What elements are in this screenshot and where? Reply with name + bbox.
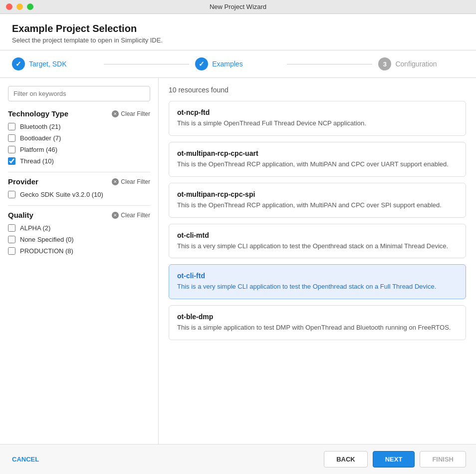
checkbox-alpha[interactable]: [8, 224, 15, 232]
technology-type-title: Technology Type: [8, 109, 68, 118]
step-circle-configuration: 3: [378, 57, 391, 70]
next-button[interactable]: NEXT: [373, 451, 415, 468]
results-count: 10 resources found: [169, 86, 466, 94]
resource-card-ot-cli-mtd[interactable]: ot-cli-mtd This is a very simple CLI app…: [169, 224, 466, 259]
thread-label: Thread (10): [20, 157, 54, 165]
back-button[interactable]: BACK: [324, 451, 368, 468]
checkbox-bootloader[interactable]: [8, 134, 15, 142]
filter-gecko-sdk[interactable]: Gecko SDK Suite v3.2.0 (10): [8, 191, 150, 198]
gecko-sdk-label: Gecko SDK Suite v3.2.0 (10): [20, 191, 103, 198]
checkbox-bluetooth[interactable]: [8, 123, 15, 130]
none-specified-label: None Specified (0): [20, 236, 74, 243]
technology-type-clear-filter[interactable]: ✕ Clear Filter: [112, 110, 150, 117]
step-connector-2: [287, 64, 373, 64]
quality-clear-label: Clear Filter: [121, 212, 150, 219]
filter-none-specified[interactable]: None Specified (0): [8, 236, 150, 243]
quality-header: Quality ✕ Clear Filter: [8, 211, 150, 219]
window-title: New Project Wizard: [210, 3, 266, 10]
separator-1: [8, 172, 150, 172]
step-configuration: 3 Configuration: [378, 57, 464, 70]
card-title-ot-multipan-spi: ot-multipan-rcp-cpc-spi: [177, 190, 458, 198]
quality-title: Quality: [8, 211, 33, 219]
checkbox-production[interactable]: [8, 247, 15, 255]
card-desc-ot-multipan-uart: This is the OpenThread RCP application, …: [177, 160, 458, 169]
card-desc-ot-ncp-ftd: This is a simple OpenThread Full Thread …: [177, 119, 458, 128]
filter-bluetooth[interactable]: Bluetooth (21): [8, 123, 150, 130]
technology-type-clear-label: Clear Filter: [121, 110, 150, 117]
footer: CANCEL BACK NEXT FINISH: [0, 444, 476, 474]
platform-label: Platform (46): [20, 146, 57, 153]
provider-header: Provider ✕ Clear Filter: [8, 177, 150, 186]
card-desc-ot-ble-dmp: This is a simple application to test DMP…: [177, 323, 458, 333]
bootloader-label: Bootloader (7): [20, 134, 61, 142]
checkbox-none-specified[interactable]: [8, 236, 15, 243]
card-title-ot-cli-mtd: ot-cli-mtd: [177, 231, 458, 239]
card-desc-ot-cli-ftd: This is a very simple CLI application to…: [177, 282, 458, 292]
clear-filter-icon-tech: ✕: [112, 110, 119, 117]
minimize-button[interactable]: [16, 3, 23, 10]
checkbox-thread[interactable]: [8, 157, 15, 165]
step-examples: ✓ Examples: [195, 57, 281, 70]
page-title: Example Project Selection: [12, 23, 464, 34]
results-panel: 10 resources found ot-ncp-ftd This is a …: [159, 78, 476, 444]
filter-thread[interactable]: Thread (10): [8, 157, 150, 165]
bluetooth-label: Bluetooth (21): [20, 123, 61, 130]
filter-alpha[interactable]: ALPHA (2): [8, 224, 150, 232]
card-title-ot-multipan-uart: ot-multipan-rcp-cpc-uart: [177, 149, 458, 157]
card-title-ot-ble-dmp: ot-ble-dmp: [177, 313, 458, 321]
finish-button[interactable]: FINISH: [420, 451, 466, 468]
resource-card-ot-cli-ftd[interactable]: ot-cli-ftd This is a very simple CLI app…: [169, 264, 466, 299]
card-desc-ot-multipan-spi: This is the OpenThread RCP application, …: [177, 201, 458, 210]
filter-platform[interactable]: Platform (46): [8, 146, 150, 153]
technology-type-header: Technology Type ✕ Clear Filter: [8, 109, 150, 118]
content-area: Technology Type ✕ Clear Filter Bluetooth…: [0, 78, 476, 444]
quality-section: Quality ✕ Clear Filter ALPHA (2) None Sp…: [8, 211, 150, 255]
page-subtitle: Select the project template to open in S…: [12, 36, 464, 44]
close-button[interactable]: [6, 3, 12, 10]
step-label-configuration: Configuration: [395, 60, 437, 68]
wizard-steps: ✓ Target, SDK ✓ Examples 3 Configuration: [0, 50, 476, 78]
resource-card-ot-multipan-uart[interactable]: ot-multipan-rcp-cpc-uart This is the Ope…: [169, 142, 466, 177]
checkmark-icon: ✓: [15, 60, 21, 68]
resource-card-ot-multipan-spi[interactable]: ot-multipan-rcp-cpc-spi This is the Open…: [169, 183, 466, 218]
checkbox-platform[interactable]: [8, 146, 15, 153]
footer-right: BACK NEXT FINISH: [324, 451, 466, 468]
window-controls[interactable]: [6, 3, 33, 10]
quality-clear-filter[interactable]: ✕ Clear Filter: [112, 212, 150, 219]
separator-2: [8, 205, 150, 206]
provider-clear-label: Clear Filter: [121, 178, 150, 185]
alpha-label: ALPHA (2): [20, 224, 50, 232]
title-bar: New Project Wizard: [0, 0, 476, 14]
checkbox-gecko-sdk[interactable]: [8, 191, 15, 198]
production-label: PRODUCTION (8): [20, 247, 73, 255]
provider-clear-filter[interactable]: ✕ Clear Filter: [112, 178, 150, 185]
card-title-ot-ncp-ftd: ot-ncp-ftd: [177, 108, 458, 116]
resource-card-ot-ncp-ftd[interactable]: ot-ncp-ftd This is a simple OpenThread F…: [169, 101, 466, 136]
step-label-target-sdk: Target, SDK: [29, 60, 66, 68]
step-target-sdk: ✓ Target, SDK: [12, 57, 98, 70]
footer-left: CANCEL: [10, 452, 41, 467]
step-connector-1: [104, 64, 190, 64]
filter-production[interactable]: PRODUCTION (8): [8, 247, 150, 255]
step-number-configuration: 3: [383, 60, 387, 68]
page-header: Example Project Selection Select the pro…: [0, 14, 476, 50]
card-desc-ot-cli-mtd: This is a very simple CLI application to…: [177, 242, 458, 251]
provider-section: Provider ✕ Clear Filter Gecko SDK Suite …: [8, 177, 150, 198]
sidebar: Technology Type ✕ Clear Filter Bluetooth…: [0, 78, 159, 444]
step-label-examples: Examples: [212, 60, 242, 68]
clear-filter-icon-quality: ✕: [112, 212, 119, 219]
resource-card-ot-ble-dmp[interactable]: ot-ble-dmp This is a simple application …: [169, 305, 466, 340]
keyword-filter-input[interactable]: [8, 86, 150, 101]
maximize-button[interactable]: [27, 3, 33, 10]
step-circle-examples: ✓: [195, 57, 208, 70]
checkmark-icon-2: ✓: [199, 60, 205, 68]
clear-filter-icon-provider: ✕: [112, 178, 119, 185]
cancel-button[interactable]: CANCEL: [10, 452, 41, 467]
filter-bootloader[interactable]: Bootloader (7): [8, 134, 150, 142]
step-circle-target-sdk: ✓: [12, 57, 25, 70]
technology-type-section: Technology Type ✕ Clear Filter Bluetooth…: [8, 109, 150, 165]
card-title-ot-cli-ftd: ot-cli-ftd: [177, 272, 458, 280]
provider-title: Provider: [8, 177, 38, 186]
main-window: Example Project Selection Select the pro…: [0, 14, 476, 474]
